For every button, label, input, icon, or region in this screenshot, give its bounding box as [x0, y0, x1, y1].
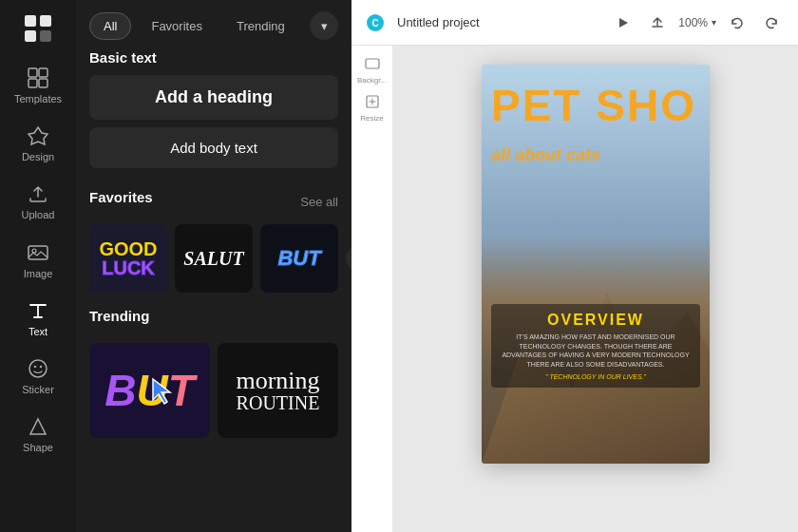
share-button[interactable]	[644, 10, 671, 36]
but-blue-text: BUT	[277, 246, 320, 271]
chevron-down-icon: ▾	[321, 19, 328, 33]
add-body-text-button[interactable]: Add body text	[89, 127, 338, 168]
sidebar-item-templates-label: Templates	[14, 93, 62, 105]
shape-icon	[27, 415, 49, 438]
svg-text:C: C	[371, 18, 378, 28]
resize-tool-label: Resize	[360, 114, 383, 123]
resize-tool[interactable]: Resize	[355, 91, 390, 125]
svg-marker-16	[619, 18, 628, 28]
canvas-overview-title: OVERVIEW	[499, 312, 693, 329]
basic-text-title: Basic text	[89, 49, 338, 66]
sidebar-item-upload[interactable]: Upload	[5, 175, 71, 229]
sidebar-item-text-label: Text	[28, 326, 48, 338]
sidebar-item-design-label: Design	[22, 151, 54, 163]
svg-point-11	[34, 366, 36, 368]
sidebar-item-image-label: Image	[24, 268, 53, 280]
editor-topbar: C Untitled project 100% ▾	[352, 0, 798, 46]
play-button[interactable]	[610, 10, 636, 36]
filter-trending-button[interactable]: Trending	[222, 12, 299, 40]
svg-rect-7	[39, 79, 48, 87]
favorites-row: GOOD LUCK SALUT BUT ›	[89, 224, 338, 293]
svg-rect-8	[28, 246, 48, 259]
svg-rect-2	[25, 30, 36, 42]
image-icon	[27, 241, 49, 264]
zoom-value: 100%	[678, 16, 708, 29]
svg-rect-3	[40, 30, 51, 42]
filter-chevron-button[interactable]: ▾	[310, 11, 338, 40]
svg-point-9	[32, 249, 36, 253]
svg-rect-0	[25, 15, 36, 27]
add-heading-button[interactable]: Add a heading	[89, 75, 338, 120]
sidebar-item-shape-label: Shape	[23, 442, 53, 454]
canvas-overview-body: IT'S AMAZING HOW FAST AND MODERNISED OUR…	[499, 332, 693, 370]
canvas-overview-box: OVERVIEW IT'S AMAZING HOW FAST AND MODER…	[491, 304, 700, 388]
canvas-pet-text: PET SHO	[491, 84, 696, 127]
app-logo	[21, 11, 55, 46]
zoom-control[interactable]: 100% ▾	[678, 16, 716, 29]
sidebar: Templates Design Upload Image	[0, 0, 76, 532]
svg-rect-5	[39, 68, 48, 77]
svg-point-10	[29, 360, 47, 377]
trending-item-morning-routine[interactable]: morning ROUTINE	[218, 343, 338, 438]
svg-rect-6	[28, 79, 37, 87]
sidebar-item-shape[interactable]: Shape	[5, 408, 71, 462]
text-panel: All Favorites Trending ▾ Basic text Add …	[76, 0, 352, 532]
svg-rect-4	[28, 68, 37, 77]
svg-rect-17	[366, 59, 379, 68]
but-colorful-text: BUT	[104, 365, 195, 416]
sidebar-item-upload-label: Upload	[22, 209, 55, 221]
project-title: Untitled project	[397, 15, 598, 29]
favorite-item-salut[interactable]: SALUT	[175, 224, 253, 293]
filter-bar: All Favorites Trending ▾	[76, 0, 352, 49]
zoom-chevron-icon: ▾	[712, 17, 716, 28]
background-tool-label: Backgr...	[357, 76, 387, 85]
sidebar-item-sticker[interactable]: Sticker	[5, 350, 71, 404]
canvas-overview-quote: " TECHNOLOGY IN OUR LIVES."	[499, 373, 693, 380]
editor-left-tools: Backgr... Resize	[352, 46, 393, 532]
sidebar-item-image[interactable]: Image	[5, 234, 71, 288]
sidebar-item-templates[interactable]: Templates	[5, 59, 71, 113]
upload-icon	[27, 182, 49, 205]
background-icon	[365, 56, 380, 74]
resize-icon	[365, 94, 380, 112]
salut-text: SALUT	[183, 248, 243, 270]
svg-rect-1	[40, 15, 51, 27]
canvas-area: PET SHO all about cats OVERVIEW IT'S AMA…	[393, 46, 798, 532]
design-icon	[27, 124, 49, 147]
trending-item-but[interactable]: BUT	[89, 343, 210, 438]
svg-point-12	[40, 366, 42, 368]
morning-routine-text: morning ROUTINE	[236, 369, 319, 412]
editor-body: Backgr... Resize PET SHO all about cats	[352, 46, 798, 532]
favorite-item-but[interactable]: BUT	[260, 224, 338, 293]
sidebar-item-text[interactable]: Text	[5, 292, 71, 346]
topbar-actions: 100% ▾	[610, 10, 785, 36]
canvas-card[interactable]: PET SHO all about cats OVERVIEW IT'S AMA…	[482, 65, 710, 464]
editor-area: C Untitled project 100% ▾	[352, 0, 798, 532]
favorites-title: Favorites	[89, 189, 153, 205]
sticker-icon	[27, 357, 49, 380]
good-luck-text: GOOD LUCK	[99, 239, 157, 277]
trending-title: Trending	[89, 308, 149, 324]
sidebar-item-sticker-label: Sticker	[22, 384, 54, 396]
filter-all-button[interactable]: All	[89, 12, 131, 40]
favorites-header: Favorites See all	[89, 189, 338, 215]
filter-favorites-button[interactable]: Favorites	[137, 12, 216, 40]
sidebar-item-design[interactable]: Design	[5, 117, 71, 171]
text-icon	[27, 299, 49, 322]
templates-icon	[27, 66, 49, 89]
trending-row: BUT morning ROUTINE	[89, 343, 338, 438]
see-all-link[interactable]: See all	[300, 195, 338, 209]
redo-button[interactable]	[758, 10, 785, 36]
trending-header: Trending	[89, 308, 338, 333]
canvas-subtitle-text: all about cats	[491, 145, 600, 165]
favorite-item-good-luck[interactable]: GOOD LUCK	[89, 224, 167, 293]
panel-content: Basic text Add a heading Add body text F…	[76, 49, 352, 532]
undo-button[interactable]	[724, 10, 750, 36]
editor-logo: C	[365, 12, 386, 33]
background-tool[interactable]: Backgr...	[355, 53, 390, 87]
